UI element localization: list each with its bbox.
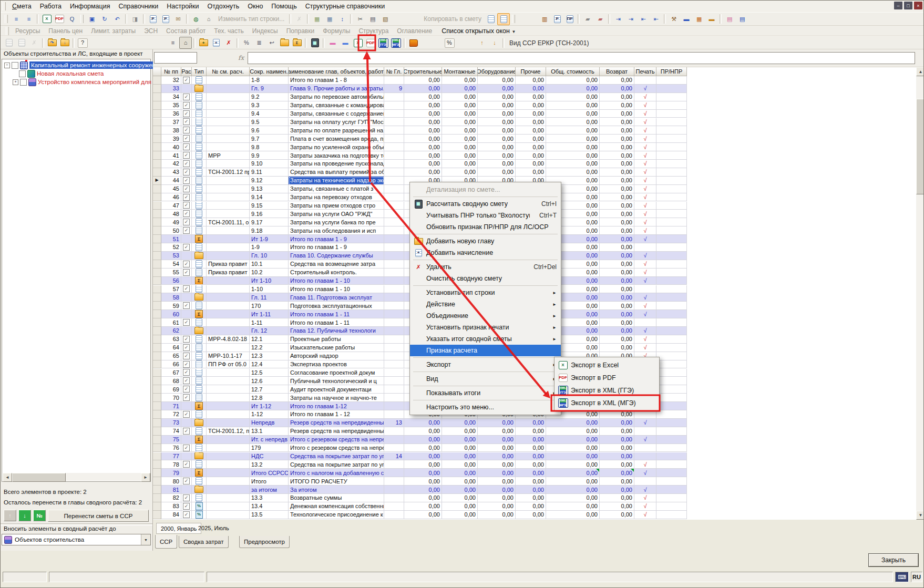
cell-v1[interactable]: 0,00	[404, 143, 442, 151]
column-header-typ[interactable]: Тип	[192, 67, 207, 76]
cell-n[interactable]: 56	[161, 277, 181, 285]
cell-v6[interactable]: 0,00	[600, 193, 634, 202]
column-header-v5[interactable]: Общ. стоимость	[546, 67, 600, 76]
cell-n[interactable]: 78	[161, 460, 181, 469]
cell-v6[interactable]: 0,00	[600, 110, 634, 118]
row-checkbox[interactable]: ✓	[183, 445, 190, 451]
close-window-button[interactable]: ×	[914, 2, 922, 9]
maximize-button[interactable]: □	[904, 2, 912, 9]
cell-v1[interactable]: 0,00	[404, 168, 442, 177]
cell-chk[interactable]	[181, 252, 192, 260]
menu-6[interactable]: Отдохнуть	[203, 2, 244, 11]
cell-v1[interactable]: 0,00	[404, 151, 442, 160]
cell-pr[interactable]	[634, 243, 656, 252]
cell-ch[interactable]	[384, 369, 404, 377]
cell-nm[interactable]: Затраты на прием отходов стро	[289, 202, 384, 210]
list-button[interactable]: ≣	[253, 37, 265, 49]
cell-ab[interactable]: 9.10	[250, 160, 289, 168]
cell-ch[interactable]	[384, 293, 404, 302]
cell-mk[interactable]	[153, 135, 161, 143]
cell-typ[interactable]	[192, 135, 207, 143]
tab-2[interactable]: Сводка затрат	[179, 536, 229, 548]
cell-v6[interactable]: 0,00	[600, 494, 634, 502]
cell-typ[interactable]	[192, 202, 207, 210]
cell-v1[interactable]: 0,00	[404, 494, 442, 502]
move-up-button[interactable]: ↑	[4, 510, 16, 521]
cell-nm[interactable]: Затраты, связанные с командировани	[289, 101, 384, 110]
table-row-74[interactable]: 74✓ТСН-2001.12, п.13.1Резерв средств на …	[153, 427, 687, 436]
cell-nm[interactable]: Итого по главам 1 - 11	[289, 318, 384, 327]
cell-pr[interactable]: √	[634, 202, 656, 210]
pdf-button[interactable]: PDF	[364, 37, 377, 49]
cell-v1[interactable]: 0,00	[404, 135, 442, 143]
cell-typ[interactable]	[192, 452, 207, 461]
cell-nm[interactable]: Итого по главам 1 - 12	[289, 410, 384, 419]
cell-v3[interactable]: 0,00	[478, 469, 516, 477]
cell-n[interactable]: 70	[161, 394, 181, 402]
cell-v2[interactable]: 0,00	[442, 135, 478, 143]
comment-button[interactable]: ✉	[172, 13, 184, 25]
cell-ab[interactable]: 9.3	[250, 101, 289, 110]
cell-v5[interactable]: 0,00	[546, 101, 600, 110]
cell-typ[interactable]: Σ	[192, 436, 207, 444]
cell-ref[interactable]	[207, 318, 250, 327]
cell-pn[interactable]	[656, 402, 687, 410]
percent-button[interactable]: %	[443, 37, 456, 49]
cell-ab[interactable]: Ит 1-11	[250, 310, 289, 318]
cell-typ[interactable]	[192, 110, 207, 118]
doc-pr-button[interactable]: ПР	[563, 13, 576, 25]
cell-ref[interactable]	[207, 85, 250, 93]
cell-v5[interactable]: 0,00	[546, 486, 600, 494]
row-checkbox[interactable]: ✓	[183, 503, 190, 510]
cell-nm[interactable]: Итого по главам 1 - 11	[289, 310, 384, 318]
cell-ab[interactable]: 12.1	[250, 335, 289, 344]
cell-typ[interactable]: Σ	[192, 277, 207, 285]
cell-v6[interactable]: 0,00	[600, 335, 634, 344]
cell-typ[interactable]	[192, 177, 207, 185]
cell-v6[interactable]: 0,00	[600, 243, 634, 252]
cell-n[interactable]: 50	[161, 226, 181, 235]
cell-v2[interactable]: 0,00	[442, 427, 478, 436]
cell-typ[interactable]	[192, 318, 207, 327]
cell-ab[interactable]: 13.5	[250, 511, 289, 519]
cell-n[interactable]: 57	[161, 285, 181, 294]
cell-ab[interactable]: Ит 1-12	[250, 402, 289, 410]
cell-v6[interactable]: 0,00	[600, 427, 634, 436]
cell-pn[interactable]	[656, 160, 687, 168]
tree-import-button[interactable]: ≡	[23, 13, 35, 25]
row-checkbox[interactable]: ✓	[183, 411, 190, 418]
cell-ab[interactable]: 12.4	[250, 360, 289, 369]
cell-ab[interactable]: 9.8	[250, 143, 289, 151]
cell-n[interactable]: 46	[161, 193, 181, 202]
cell-ab[interactable]: 13.1	[250, 427, 289, 436]
indent-add2-button[interactable]: ⇥	[624, 13, 637, 25]
cell-chk[interactable]	[181, 235, 192, 243]
cell-typ[interactable]	[192, 252, 207, 260]
cell-v5[interactable]: 0,00	[546, 110, 600, 118]
context-menu-item-18[interactable]: Признак расчета	[410, 345, 561, 356]
cell-v5[interactable]: 0,00	[546, 126, 600, 135]
row-checkbox[interactable]: ✓	[183, 261, 190, 267]
row-checkbox[interactable]: ✓	[183, 369, 190, 376]
cell-ref[interactable]	[207, 185, 250, 193]
cell-v1[interactable]: 0,00	[404, 126, 442, 135]
cell-pn[interactable]	[656, 269, 687, 277]
cell-v4[interactable]: 0,00	[516, 452, 546, 461]
cell-typ[interactable]	[192, 143, 207, 151]
cell-ch[interactable]	[384, 226, 404, 235]
cell-v1[interactable]: 0,00	[404, 436, 442, 444]
cell-chk[interactable]: ✓	[181, 151, 192, 160]
cell-mk[interactable]	[153, 277, 161, 285]
cell-v2[interactable]: 0,00	[442, 85, 478, 93]
cell-chk[interactable]	[181, 310, 192, 318]
cell-v3[interactable]: 0,00	[478, 160, 516, 168]
cell-mk[interactable]	[153, 260, 161, 269]
cell-v3[interactable]: 0,00	[478, 419, 516, 427]
cell-n[interactable]: 36	[161, 110, 181, 118]
undo-button[interactable]: ↶	[111, 13, 124, 25]
menu-1[interactable]: Смета	[8, 2, 36, 11]
cell-typ[interactable]	[192, 85, 207, 93]
cell-v2[interactable]: 0,00	[442, 477, 478, 486]
cell-nm[interactable]: Затраты по перевозке автомобильным	[289, 93, 384, 101]
cell-v6[interactable]: 0,00	[600, 93, 634, 101]
